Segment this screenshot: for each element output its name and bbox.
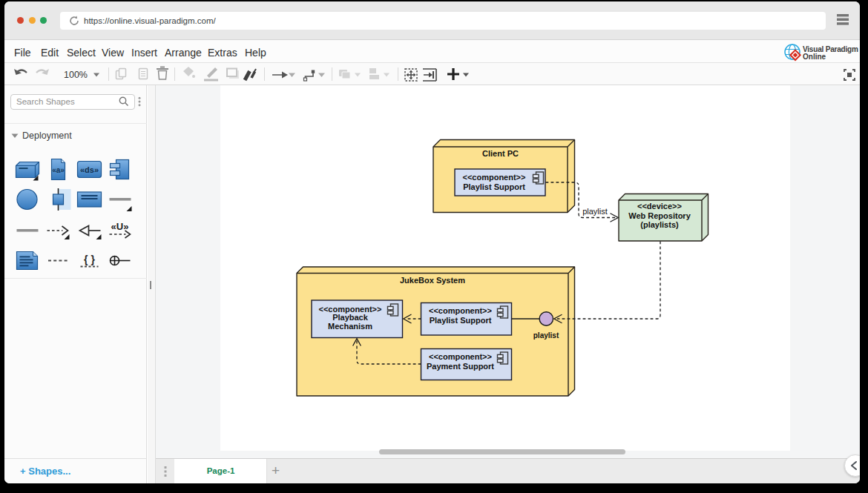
svg-text:<<component>>: <<component>> <box>429 352 492 361</box>
svg-text:<<component>>: <<component>> <box>319 305 382 314</box>
svg-text:Payment Support: Payment Support <box>427 362 494 371</box>
svg-text:<<component>>: <<component>> <box>429 306 492 315</box>
svg-text:Playlist Support: Playlist Support <box>463 182 525 191</box>
svg-text:Playlist Support: Playlist Support <box>430 316 492 325</box>
svg-text:Client PC: Client PC <box>482 149 519 158</box>
svg-text:(playlists): (playlists) <box>640 220 679 229</box>
svg-text:<<component>>: <<component>> <box>463 173 526 182</box>
svg-text:Playback: Playback <box>332 313 369 322</box>
svg-text:JukeBox System: JukeBox System <box>400 276 465 285</box>
svg-text:<<device>>: <<device>> <box>637 202 682 211</box>
svg-text:playlist: playlist <box>533 331 559 340</box>
svg-text:Mechanism: Mechanism <box>328 322 372 331</box>
svg-text:Web Repository: Web Repository <box>628 211 691 220</box>
svg-text:playlist: playlist <box>582 207 608 216</box>
